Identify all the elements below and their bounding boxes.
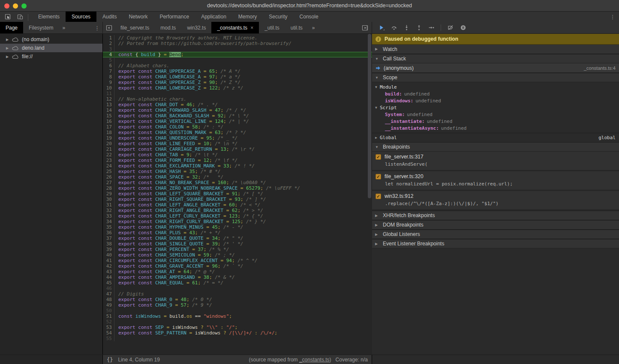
tab-sources[interactable]: Sources: [66, 12, 96, 22]
scope-property[interactable]: __instantiateAsync:undefined: [372, 125, 619, 131]
section-xhr-fetch-breakpoints[interactable]: ▶XHR/fetch Breakpoints: [372, 211, 619, 220]
line-number[interactable]: 33: [103, 213, 114, 219]
step-over-icon[interactable]: [389, 23, 399, 33]
file-tab-util-ts[interactable]: util.ts: [285, 22, 308, 33]
line-number[interactable]: 28: [103, 185, 114, 191]
breakpoint-code[interactable]: .replace(/^\/*([A-Za-z]:)(\/|$)/, "$1/"): [385, 201, 616, 206]
scope-group-global[interactable]: ▶Globalglobal: [372, 133, 619, 142]
breakpoint-location[interactable]: file_server.ts:320: [385, 173, 424, 179]
tree-item-deno-land[interactable]: ▶deno.land: [0, 44, 102, 52]
line-number[interactable]: 12: [103, 96, 114, 102]
line-number[interactable]: 8: [103, 74, 114, 80]
breakpoint-entry[interactable]: ✓file_server.ts:317listenAndServe(: [372, 152, 619, 170]
line-number[interactable]: 37: [103, 236, 114, 241]
line-number[interactable]: 3: [103, 46, 114, 52]
tab-network[interactable]: Network: [123, 12, 153, 22]
step-out-icon[interactable]: [414, 23, 424, 33]
step-into-icon[interactable]: [401, 23, 412, 33]
line-number[interactable]: 51: [103, 313, 114, 319]
line-number[interactable]: 15: [103, 113, 114, 119]
line-number[interactable]: 52: [103, 319, 114, 325]
tab-security[interactable]: Security: [263, 12, 293, 22]
section-scope[interactable]: ▼Scope: [372, 73, 619, 82]
scope-property[interactable]: __instantiate:undefined: [372, 118, 619, 125]
section-breakpoints[interactable]: ▼Breakpoints: [372, 142, 619, 152]
inspect-element-icon[interactable]: [2, 12, 13, 22]
line-number[interactable]: 21: [103, 146, 114, 152]
minimize-window-button[interactable]: [13, 3, 18, 9]
chevron-right-icon[interactable]: ▶: [6, 55, 11, 59]
line-number[interactable]: 41: [103, 258, 114, 263]
line-number[interactable]: 5: [103, 57, 114, 63]
breakpoint-location[interactable]: win32.ts:912: [385, 193, 413, 199]
section-call-stack[interactable]: ▼Call Stack: [372, 54, 619, 63]
frame-location[interactable]: _constants.ts:4: [584, 66, 616, 71]
file-tab-win32-ts[interactable]: win32.ts: [181, 22, 211, 33]
section-global-listeners[interactable]: ▶Global Listeners: [372, 230, 619, 239]
scope-property[interactable]: isWindows:undefined: [372, 97, 619, 104]
tree-item-file[interactable]: ▶file://: [0, 52, 102, 61]
line-number[interactable]: 24: [103, 163, 114, 169]
file-tab-constants-ts[interactable]: _constants.ts×: [211, 22, 259, 33]
line-number[interactable]: 16: [103, 119, 114, 124]
breakpoint-checkbox[interactable]: ✓: [376, 194, 381, 199]
file-tab-mod-ts[interactable]: mod.ts: [155, 22, 181, 33]
line-number[interactable]: 10: [103, 85, 114, 91]
line-number[interactable]: 14: [103, 107, 114, 113]
line-number[interactable]: 44: [103, 274, 114, 280]
line-number[interactable]: 50: [103, 308, 114, 313]
chevron-right-icon[interactable]: ▶: [6, 38, 11, 42]
line-number[interactable]: 27: [103, 180, 114, 185]
close-tab-icon[interactable]: ×: [250, 25, 253, 31]
line-number[interactable]: 47: [103, 291, 114, 297]
breakpoint-checkbox[interactable]: ✓: [376, 154, 381, 160]
file-tab-util-ts[interactable]: _util.ts: [259, 22, 285, 33]
line-number[interactable]: 1: [103, 35, 114, 41]
tab-console[interactable]: Console: [294, 12, 325, 22]
scope-property[interactable]: System:undefined: [372, 111, 619, 118]
line-number[interactable]: 40: [103, 252, 114, 258]
line-number[interactable]: 18: [103, 130, 114, 135]
main-menu-icon[interactable]: ⋮: [608, 12, 617, 22]
tree-item-no-domain[interactable]: ▶(no domain): [0, 35, 102, 44]
file-tab-file-server-ts[interactable]: file_server.ts: [115, 22, 155, 33]
section-dom-breakpoints[interactable]: ▶DOM Breakpoints: [372, 220, 619, 230]
code-editor[interactable]: 1// Copyright the Browserify authors. MI…: [103, 34, 372, 355]
line-number[interactable]: 36: [103, 230, 114, 236]
step-icon[interactable]: [426, 23, 436, 33]
line-number[interactable]: 17: [103, 124, 114, 130]
breakpoint-code[interactable]: let normalizedUrl = posix.normalize(req.…: [385, 181, 616, 187]
source-mapped-link[interactable]: _constants.ts: [299, 357, 330, 363]
line-number[interactable]: 49: [103, 302, 114, 308]
line-number[interactable]: 42: [103, 263, 114, 269]
scope-group-script[interactable]: ▼Script: [372, 104, 619, 111]
tab-memory[interactable]: Memory: [232, 12, 263, 22]
tab-audits[interactable]: Audits: [96, 12, 123, 22]
line-number[interactable]: 20: [103, 141, 114, 146]
line-number[interactable]: 2: [103, 41, 114, 46]
line-number[interactable]: 22: [103, 152, 114, 158]
line-number[interactable]: 13: [103, 102, 114, 107]
resume-script-icon[interactable]: [376, 23, 387, 33]
navigator-more-tabs-icon[interactable]: »: [59, 22, 69, 33]
tab-elements[interactable]: Elements: [32, 12, 66, 22]
call-stack-frame[interactable]: (anonymous)_constants.ts:4: [372, 63, 619, 73]
pause-on-exceptions-icon[interactable]: [458, 23, 468, 33]
deactivate-breakpoints-icon[interactable]: [445, 23, 456, 33]
show-debugger-sidebar-icon[interactable]: [362, 22, 368, 34]
line-number[interactable]: 46: [103, 286, 114, 291]
line-number[interactable]: 25: [103, 169, 114, 174]
line-number[interactable]: 6: [103, 63, 114, 69]
show-navigator-icon[interactable]: [103, 22, 115, 33]
more-file-tabs-icon[interactable]: »: [308, 22, 319, 33]
scope-property[interactable]: build:undefined: [372, 90, 619, 97]
line-number[interactable]: 48: [103, 297, 114, 302]
line-number[interactable]: 39: [103, 247, 114, 252]
line-number[interactable]: 32: [103, 208, 114, 213]
line-number[interactable]: 35: [103, 224, 114, 230]
navigator-menu-icon[interactable]: ⋮: [94, 22, 100, 34]
line-number[interactable]: 45: [103, 280, 114, 286]
line-number[interactable]: 53: [103, 325, 114, 330]
device-toolbar-icon[interactable]: [15, 12, 26, 22]
section-watch[interactable]: ▶Watch: [372, 45, 619, 54]
